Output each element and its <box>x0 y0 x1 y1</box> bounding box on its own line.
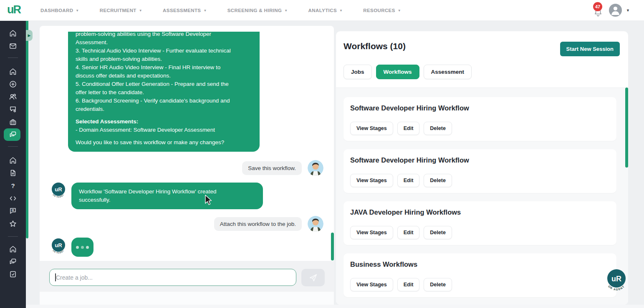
send-icon <box>308 273 318 282</box>
delete-button[interactable]: Delete <box>424 122 452 135</box>
workflow-card: Software Developer Hiring Workflow View … <box>343 97 616 141</box>
tab-workflows[interactable]: Workflows <box>376 65 419 79</box>
edit-button[interactable]: Edit <box>397 174 420 187</box>
bot-message-steps: problem-solving abilities using the Soft… <box>76 32 252 113</box>
person-icon <box>609 4 622 17</box>
nav-screening-hiring[interactable]: SCREENING & HIRING▼ <box>227 8 288 13</box>
tab-jobs[interactable]: Jobs <box>343 65 372 79</box>
sidebar-item-home-2[interactable] <box>9 68 17 76</box>
panel-tabs: Jobs Workflows Assessment <box>343 65 472 79</box>
sidebar-item-home[interactable] <box>9 29 17 38</box>
start-new-session-button[interactable]: Start New Session <box>560 42 620 56</box>
nav-resources[interactable]: RESOURCES▼ <box>363 8 401 13</box>
send-button[interactable] <box>301 269 325 286</box>
sidebar-divider <box>8 58 18 58</box>
chevron-down-icon: ▼ <box>626 8 630 13</box>
typing-indicator <box>71 238 93 257</box>
sidebar-expand-handle[interactable]: ▶ <box>26 30 33 41</box>
chevron-down-icon: ▼ <box>203 9 207 13</box>
notifications-button[interactable]: 47 <box>592 4 606 19</box>
sidebar-item-feedback[interactable]: R <box>9 207 17 215</box>
view-stages-button[interactable]: View Stages <box>350 174 393 187</box>
nav-recruitment[interactable]: RECRUITMENT▼ <box>100 8 142 13</box>
chevron-down-icon: ▼ <box>139 9 142 13</box>
panel-scrollbar-thumb[interactable] <box>625 88 628 168</box>
edit-button[interactable]: Edit <box>397 278 420 291</box>
sidebar-item-help[interactable]: ? <box>9 182 17 190</box>
help-icon: ? <box>9 182 17 190</box>
chat-scrollbar-thumb[interactable] <box>331 233 334 260</box>
chevron-down-icon: ▼ <box>76 9 79 13</box>
sidebar-item-tasks[interactable] <box>9 270 17 278</box>
bot-message-created: Workflow 'Software Developer Hiring Work… <box>71 183 263 209</box>
top-header: uR DASHBOARD▼ RECRUITMENT▼ ASSESSMENTS▼ … <box>0 0 644 21</box>
sidebar-item-code[interactable] <box>9 194 17 203</box>
chat-status-icon <box>9 105 17 113</box>
nav-dashboard[interactable]: DASHBOARD▼ <box>40 8 79 13</box>
workflow-title: Business Workflows <box>350 260 417 268</box>
workflow-card: Business Workflows View Stages Edit Dele… <box>343 253 616 297</box>
sidebar-item-jobs[interactable] <box>9 118 17 126</box>
agent-avatar: uR UR AGENT <box>49 181 68 199</box>
chat-input[interactable] <box>49 269 296 286</box>
bottom-strip <box>26 305 644 308</box>
home-icon <box>9 245 17 253</box>
mail-icon <box>9 42 17 50</box>
users-icon <box>9 93 17 101</box>
sidebar-item-home-4[interactable] <box>9 245 17 253</box>
sidebar-item-mail[interactable] <box>9 42 17 50</box>
app-logo[interactable]: uR <box>7 3 20 16</box>
sidebar-item-candidates[interactable] <box>9 93 17 101</box>
sidebar-item-favorites[interactable] <box>9 220 17 228</box>
workflow-title: Software Developer Hiring Workflow <box>350 104 469 112</box>
bot-message-workflow-summary: problem-solving abilities using the Soft… <box>68 32 260 152</box>
home-icon <box>9 68 17 76</box>
agent-floating-badge[interactable]: uR UR AGENT <box>604 268 629 293</box>
sidebar-item-home-3[interactable] <box>9 156 17 165</box>
nav-analytics[interactable]: ANALYTICS▼ <box>308 8 343 13</box>
sidebar-item-agent-chat-active[interactable] <box>9 130 17 139</box>
bot-typing-row: uR UR AGENT <box>40 238 334 257</box>
chat-duo-icon <box>9 258 17 266</box>
sidebar-item-documents[interactable] <box>9 169 17 177</box>
delete-button[interactable]: Delete <box>424 278 452 291</box>
app-logo-text: uR <box>7 3 20 16</box>
briefcase-icon <box>9 118 17 126</box>
sidebar-item-interviews[interactable] <box>9 105 17 113</box>
tab-assessment[interactable]: Assessment <box>424 65 472 79</box>
user-photo-avatar <box>308 216 323 232</box>
chat-messages: problem-solving abilities using the Soft… <box>40 32 334 261</box>
view-stages-button[interactable]: View Stages <box>350 226 393 239</box>
workflow-card: JAVA Developer Hiring Workflows View Sta… <box>343 201 616 245</box>
chat-panel: problem-solving abilities using the Soft… <box>40 26 334 261</box>
agent-avatar-initials: uR <box>55 186 62 193</box>
bot-message-assessment: - Domain Assessment: Software Developer … <box>76 126 252 134</box>
chat-duo-icon <box>9 130 17 139</box>
chat-feedback-icon: R <box>9 207 17 215</box>
delete-button[interactable]: Delete <box>424 226 452 239</box>
home-icon <box>9 156 17 165</box>
person-photo-icon <box>308 160 323 176</box>
edit-button[interactable]: Edit <box>397 122 420 135</box>
chevron-down-icon: ▼ <box>284 9 288 13</box>
workflows-panel: Workflows (10) Start New Session Jobs Wo… <box>336 31 628 305</box>
user-menu[interactable]: ▼ <box>609 4 630 17</box>
person-photo-icon <box>308 216 323 232</box>
sidebar-divider <box>8 146 18 147</box>
svg-text:?: ? <box>11 182 15 189</box>
chevron-right-icon: ▶ <box>28 33 31 38</box>
view-stages-button[interactable]: View Stages <box>350 278 393 291</box>
sidebar-item-conversations[interactable] <box>9 258 17 266</box>
bot-message-row: uR UR AGENT Workflow 'Software Developer… <box>40 182 334 209</box>
user-avatar <box>609 4 622 17</box>
text-caret <box>55 273 56 281</box>
edit-button[interactable]: Edit <box>397 226 420 239</box>
view-stages-button[interactable]: View Stages <box>350 122 393 135</box>
sidebar-item-add[interactable] <box>9 80 17 88</box>
code-icon <box>9 194 17 203</box>
add-circle-icon <box>9 80 17 88</box>
notification-badge: 47 <box>593 2 602 11</box>
nav-assessments[interactable]: ASSESSMENTS▼ <box>163 8 207 13</box>
delete-button[interactable]: Delete <box>424 174 452 187</box>
chevron-down-icon: ▼ <box>398 9 401 13</box>
